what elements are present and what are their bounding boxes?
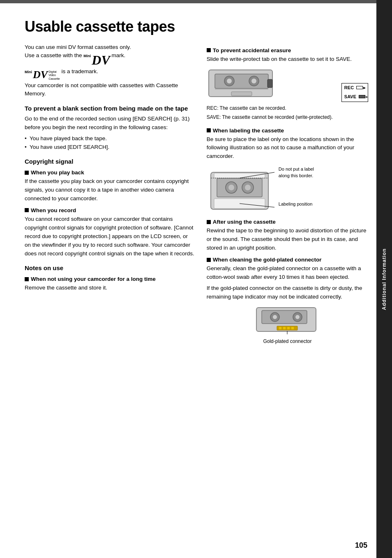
main-content: Usable cassette tapes You can use mini D… bbox=[0, 0, 376, 558]
square-bullet-icon-3 bbox=[25, 277, 29, 281]
sub3-heading: When not using your camcorder for a long… bbox=[25, 276, 194, 282]
svg-rect-10 bbox=[217, 178, 262, 197]
page-title: Usable cassette tapes bbox=[25, 19, 368, 35]
square-bullet-icon bbox=[25, 171, 29, 175]
intro-section: You can use mini DV format cassettes onl… bbox=[25, 43, 194, 98]
square-bullet-icon-r4 bbox=[207, 258, 211, 262]
dv-big-text: DV bbox=[92, 53, 110, 67]
rec-label: REC bbox=[344, 84, 354, 92]
section1-body: Go to the end of the recorded section us… bbox=[25, 115, 194, 132]
svg-rect-27 bbox=[279, 327, 281, 329]
sub3-heading-text: When not using your camcorder for a long… bbox=[31, 276, 156, 282]
sub3-body: Remove the cassette and store it. bbox=[25, 284, 194, 292]
connector-svg bbox=[254, 306, 320, 336]
two-col-layout: You can use mini DV format cassettes onl… bbox=[25, 43, 368, 347]
sub1-heading: When you play back bbox=[25, 169, 194, 176]
square-bullet-icon-r3 bbox=[207, 220, 211, 224]
sub1-body: If the cassette you play back on your ca… bbox=[25, 177, 194, 203]
intro-mark: mark. bbox=[112, 52, 126, 58]
bullet-2: You have used [EDIT SEARCH]. bbox=[25, 143, 194, 152]
cassette-top-section: REC SAVE bbox=[207, 68, 368, 102]
right-sub1-heading: To prevent accidental erasure bbox=[207, 47, 368, 53]
right-sub2-heading: When labeling the cassette bbox=[207, 127, 368, 134]
right-sub1-heading-text: To prevent accidental erasure bbox=[213, 47, 291, 53]
right-sub4-heading: When cleaning the gold-plated connector bbox=[207, 257, 368, 263]
dv-mini-full: Mini bbox=[25, 69, 32, 75]
save-label: SAVE bbox=[344, 93, 356, 101]
right-sub3-heading-text: After using the cassette bbox=[213, 219, 276, 225]
left-column: You can use mini DV format cassettes onl… bbox=[25, 43, 194, 347]
connector-caption: Gold-plated connector bbox=[207, 338, 368, 345]
sub2-heading: When you record bbox=[25, 207, 194, 213]
cassette-svg bbox=[207, 68, 277, 101]
right-sub3-heading: After using the cassette bbox=[207, 219, 368, 225]
sub2-body: You cannot record software on your camco… bbox=[25, 215, 194, 258]
svg-rect-1 bbox=[215, 74, 268, 88]
right-sub3-body: Rewind the tape to the beginning to avoi… bbox=[207, 227, 368, 252]
right-sub2-heading-text: When labeling the cassette bbox=[213, 127, 284, 134]
cassette-top-image bbox=[207, 68, 338, 102]
dv-small-text: DigitalVideoCassette bbox=[48, 69, 60, 81]
label-note2: Labeling position bbox=[279, 201, 320, 207]
svg-point-25 bbox=[295, 315, 300, 319]
sub1-heading-text: When you play back bbox=[31, 169, 84, 176]
right-sub2-body: Be sure to place the label only on the l… bbox=[207, 135, 368, 161]
sidebar-label: Additional Information bbox=[381, 248, 387, 310]
right-sub1-body: Slide the write-protect tab on the casse… bbox=[207, 55, 368, 64]
square-bullet-icon-r2 bbox=[207, 128, 211, 132]
dv-mini-text: Mini bbox=[83, 53, 91, 59]
sub2-heading-text: When you record bbox=[31, 207, 76, 213]
square-bullet-icon-2 bbox=[25, 208, 29, 212]
svg-point-5 bbox=[251, 79, 256, 83]
square-bullet-icon-r1 bbox=[207, 48, 211, 52]
svg-point-3 bbox=[227, 79, 232, 83]
bullet-1: You have played back the tape. bbox=[25, 134, 194, 143]
svg-rect-6 bbox=[231, 92, 252, 96]
dv-logo-full: Mini DV DigitalVideoCassette bbox=[25, 69, 60, 81]
page-container: Usable cassette tapes You can use mini D… bbox=[0, 0, 392, 558]
dv-big-full: DV bbox=[33, 69, 48, 80]
label-note1: Do not put a label along this border. bbox=[279, 166, 324, 179]
rec-row: REC bbox=[344, 84, 363, 92]
compat-text: Your camcorder is not compatible with ca… bbox=[25, 82, 178, 97]
label-cassette-svg bbox=[207, 164, 289, 213]
dv-logo: MiniDV bbox=[83, 53, 110, 67]
svg-rect-28 bbox=[283, 327, 286, 329]
svg-point-12 bbox=[228, 185, 234, 190]
svg-rect-15 bbox=[214, 173, 265, 178]
right-sub4-body1: Generally, clean the gold-plated connect… bbox=[207, 264, 368, 282]
top-bar bbox=[0, 0, 392, 3]
section1-heading: To prevent a blank section from being ma… bbox=[25, 104, 194, 113]
svg-rect-29 bbox=[287, 327, 290, 329]
right-sidebar: Additional Information bbox=[376, 0, 392, 558]
right-sub4-body2: If the gold-plated connector on the cass… bbox=[207, 284, 368, 301]
svg-point-14 bbox=[245, 185, 251, 190]
save-row: SAVE bbox=[344, 93, 365, 101]
connector-image-area: Gold-plated connector bbox=[207, 306, 368, 345]
svg-rect-7 bbox=[267, 79, 272, 88]
trademark-text: is a trademark. bbox=[62, 68, 98, 74]
page-number: 105 bbox=[355, 541, 367, 550]
rec-caption2: SAVE: The cassette cannot be recorded (w… bbox=[207, 113, 368, 121]
rec-save-box: REC SAVE bbox=[341, 83, 368, 102]
section2-heading: Copyright signal bbox=[25, 157, 194, 166]
right-column: To prevent accidental erasure Slide the … bbox=[207, 43, 368, 347]
intro-line2: Use a cassette with the bbox=[25, 52, 82, 58]
right-sub4-heading-text: When cleaning the gold-plated connector bbox=[213, 257, 322, 263]
rec-caption1: REC: The cassette can be recorded. bbox=[207, 104, 368, 112]
svg-rect-30 bbox=[291, 327, 294, 329]
section3-heading: Notes on use bbox=[25, 264, 194, 272]
label-cassette-area: Do not put a label along this border. La… bbox=[207, 164, 368, 215]
svg-point-23 bbox=[273, 315, 277, 319]
intro-line1: You can use mini DV format cassettes onl… bbox=[25, 44, 131, 50]
